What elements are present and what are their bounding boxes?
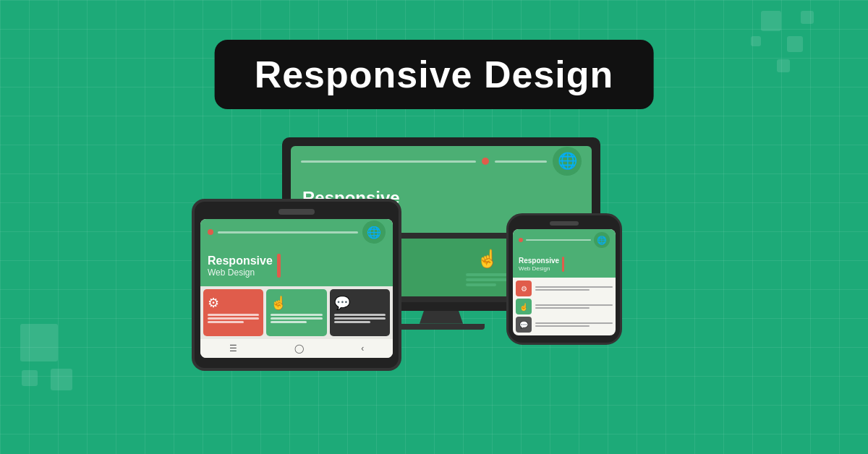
tablet-card-2: ☝ bbox=[266, 289, 326, 336]
line2 bbox=[466, 278, 509, 281]
deco-square-8 bbox=[22, 370, 38, 386]
monitor-header: 🌐 bbox=[291, 146, 592, 176]
tablet-nav: ☰ ◯ ‹ bbox=[200, 339, 393, 358]
deco-square-4 bbox=[751, 36, 761, 46]
nav-back-icon: ‹ bbox=[361, 343, 364, 354]
tc-line bbox=[334, 317, 386, 320]
phone-settings-icon: ⚙ bbox=[516, 280, 532, 296]
tc-lines-1 bbox=[208, 314, 259, 323]
phone-list-lines-2 bbox=[535, 304, 613, 309]
tablet-device: 🌐 Responsive Web Design ⚙ ☝ bbox=[192, 199, 401, 371]
phone-notch bbox=[550, 221, 579, 226]
pl-line bbox=[535, 322, 613, 324]
phone-screen: 🌐 Responsive Web Design ⚙ ☝ bbox=[513, 229, 616, 335]
deco-square-6 bbox=[20, 324, 58, 361]
nav-home-icon: ◯ bbox=[294, 343, 304, 354]
pl-line bbox=[535, 304, 613, 306]
tc-line bbox=[208, 314, 259, 316]
settings-icon: ⚙ bbox=[208, 295, 219, 311]
monitor-header-line2 bbox=[495, 160, 547, 163]
monitor-base bbox=[398, 324, 485, 330]
tc-lines-2 bbox=[271, 314, 322, 323]
title-container: Responsive Design bbox=[215, 40, 654, 109]
monitor-header-line bbox=[301, 160, 476, 163]
tablet-hero: Responsive Web Design bbox=[200, 245, 393, 286]
monitor-card-lines bbox=[466, 273, 509, 286]
tc-line bbox=[271, 314, 322, 316]
pl-line bbox=[535, 325, 590, 327]
deco-square-3 bbox=[787, 36, 803, 52]
tablet-globe-icon: 🌐 bbox=[362, 220, 386, 244]
phone-hero-title: Responsive bbox=[519, 257, 559, 265]
phone-list: ⚙ ☝ 💬 bbox=[513, 278, 616, 335]
tablet-notch bbox=[278, 209, 315, 215]
hand-icon: ☝ bbox=[271, 295, 286, 311]
deco-square-7 bbox=[51, 369, 72, 390]
tablet-hero-text: Responsive Web Design bbox=[208, 254, 273, 278]
phone-globe-icon: 🌐 bbox=[594, 232, 610, 248]
phone-list-row-1: ⚙ bbox=[516, 280, 613, 296]
phone-list-row-3: 💬 bbox=[516, 317, 613, 333]
deco-square-1 bbox=[761, 11, 781, 31]
phone-side-bar bbox=[562, 257, 564, 272]
tc-line bbox=[334, 321, 370, 323]
page-title: Responsive Design bbox=[255, 53, 614, 95]
tc-line bbox=[271, 321, 307, 323]
tablet-header-line bbox=[218, 231, 358, 234]
phone-header: 🌐 bbox=[513, 229, 616, 251]
line3 bbox=[466, 283, 496, 286]
tc-line bbox=[208, 317, 259, 320]
tablet-hero-subtitle: Web Design bbox=[208, 267, 273, 278]
tablet-card-1: ⚙ bbox=[203, 289, 263, 336]
deco-square-2 bbox=[801, 11, 814, 24]
monitor-stand bbox=[420, 311, 463, 324]
phone-list-lines bbox=[535, 286, 613, 291]
phone-hero-subtitle: Web Design bbox=[519, 265, 559, 272]
cursor-icon: ☝ bbox=[477, 249, 498, 269]
phone-hand-icon: ☝ bbox=[516, 299, 532, 314]
phone-list-row-2: ☝ bbox=[516, 299, 613, 314]
phone-device: 🌐 Responsive Web Design ⚙ ☝ bbox=[506, 213, 622, 345]
monitor-globe-icon: 🌐 bbox=[553, 147, 582, 176]
tablet-card-3: 💬 bbox=[330, 289, 390, 336]
phone-status-dot bbox=[519, 238, 523, 242]
monitor-header-dot bbox=[482, 158, 489, 165]
tc-lines-3 bbox=[334, 314, 386, 323]
tablet-grid: ⚙ ☝ 💬 bbox=[200, 286, 393, 339]
deco-square-5 bbox=[777, 59, 790, 72]
phone-list-lines-3 bbox=[535, 322, 613, 327]
tablet-hero-title: Responsive bbox=[208, 254, 273, 267]
line1 bbox=[466, 273, 509, 276]
tc-line bbox=[271, 317, 322, 320]
tablet-side-bar bbox=[277, 254, 281, 278]
phone-hero: Responsive Web Design bbox=[513, 251, 616, 278]
pl-line bbox=[535, 286, 613, 288]
tablet-screen: 🌐 Responsive Web Design ⚙ ☝ bbox=[200, 219, 393, 358]
phone-header-line bbox=[526, 239, 591, 241]
tc-line bbox=[334, 314, 386, 316]
tablet-header: 🌐 bbox=[200, 219, 393, 245]
tablet-status-dot bbox=[208, 229, 213, 235]
phone-chat-icon: 💬 bbox=[516, 317, 532, 333]
pl-line bbox=[535, 307, 590, 309]
pl-line bbox=[535, 289, 590, 291]
tc-line bbox=[208, 321, 244, 323]
chat-icon: 💬 bbox=[334, 295, 350, 311]
nav-menu-icon: ☰ bbox=[229, 343, 237, 354]
phone-hero-text: Responsive Web Design bbox=[519, 257, 559, 272]
